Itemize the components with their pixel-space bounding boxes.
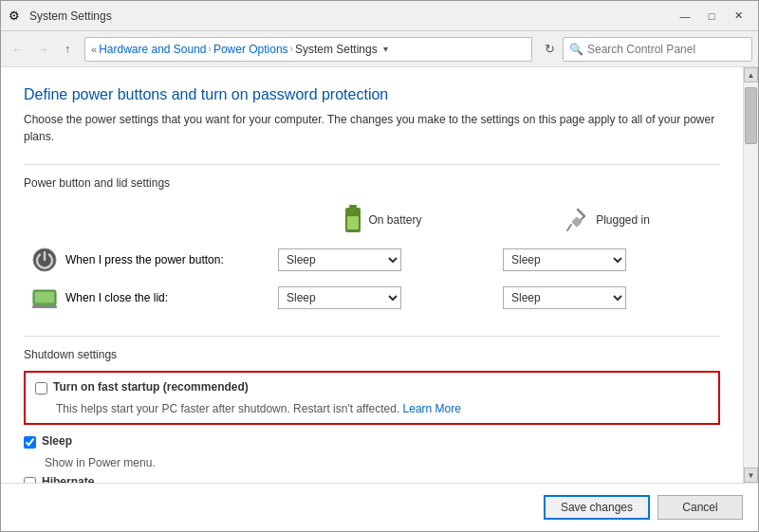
search-input[interactable] — [587, 43, 746, 56]
back-button[interactable]: ← — [7, 38, 29, 61]
lid-icon — [31, 284, 58, 311]
shutdown-section: Shutdown settings Turn on fast startup (… — [24, 348, 720, 483]
search-icon: 🔍 — [569, 43, 583, 56]
scroll-thumb[interactable] — [745, 87, 757, 144]
main-content: Define power buttons and turn on passwor… — [1, 67, 743, 483]
nav-bar: ← → ↑ « Hardware and Sound › Power Optio… — [1, 31, 758, 67]
maximize-button[interactable]: □ — [699, 7, 724, 26]
divider-top — [24, 164, 720, 165]
battery-icon — [343, 205, 362, 235]
lid-row: When I close the lid: Sleep Hibernate Sh… — [24, 279, 720, 317]
scrollbar: ▲ ▼ — [743, 67, 758, 483]
sleep-row: Sleep — [24, 434, 720, 449]
fast-startup-bold-label: Turn on fast startup (recommended) — [53, 380, 249, 394]
breadcrumb-sep-2: › — [290, 44, 293, 54]
forward-button[interactable]: → — [31, 38, 54, 61]
power-button-plugged-select[interactable]: Sleep Hibernate Shut down Turn off the d… — [503, 248, 626, 271]
plugged-column-header: Plugged in — [495, 199, 720, 241]
hibernate-row: Hibernate — [24, 475, 720, 483]
power-button-row: When I press the power button: Sleep Hib… — [24, 241, 720, 279]
power-button-battery-select[interactable]: Sleep Hibernate Shut down Turn off the d… — [278, 248, 401, 271]
refresh-button[interactable]: ↻ — [538, 38, 561, 61]
minimize-button[interactable]: — — [673, 7, 697, 26]
hibernate-label: Hibernate — [42, 475, 94, 483]
plug-icon — [565, 208, 590, 232]
breadcrumb-sep-1: › — [209, 44, 212, 54]
main-window: ⚙ System Settings — □ ✕ ← → ↑ « Hardware… — [0, 0, 759, 532]
breadcrumb-bar: « Hardware and Sound › Power Options › S… — [84, 37, 532, 62]
lid-row-label: When I close the lid: — [65, 291, 168, 304]
footer: Save changes Cancel — [1, 483, 758, 531]
power-buttons-section-title: Power button and lid settings — [24, 176, 720, 190]
scroll-down-button[interactable]: ▼ — [744, 468, 758, 483]
cancel-button[interactable]: Cancel — [657, 495, 743, 520]
scroll-up-button[interactable]: ▲ — [744, 67, 758, 83]
window-icon: ⚙ — [9, 9, 24, 24]
breadcrumb-dropdown-arrow[interactable]: ▾ — [383, 44, 388, 54]
svg-rect-5 — [571, 216, 582, 227]
lid-battery-select[interactable]: Sleep Hibernate Shut down Turn off the d… — [278, 286, 401, 309]
battery-column-header: On battery — [270, 199, 495, 241]
window-controls: — □ ✕ — [673, 7, 750, 26]
sleep-sublabel: Show in Power menu. — [45, 456, 720, 469]
breadcrumb-icon: « — [91, 44, 97, 55]
save-changes-button[interactable]: Save changes — [544, 495, 650, 520]
divider-middle — [24, 336, 720, 337]
svg-rect-10 — [32, 305, 57, 308]
power-button-label: When I press the power button: — [31, 247, 263, 273]
shutdown-section-title: Shutdown settings — [24, 348, 720, 361]
power-settings-table: On battery — [24, 199, 720, 317]
svg-rect-9 — [35, 292, 54, 303]
power-button-icon — [31, 247, 58, 273]
fast-startup-learn-more[interactable]: Learn More — [403, 402, 461, 415]
svg-rect-0 — [349, 205, 357, 208]
fast-startup-sublabel: This helps start your PC faster after sh… — [56, 402, 709, 415]
up-button[interactable]: ↑ — [56, 38, 79, 61]
sleep-bold-label: Sleep — [42, 434, 72, 448]
lid-label: When I close the lid: — [31, 284, 263, 311]
sleep-checkbox[interactable] — [24, 436, 36, 449]
hibernate-bold-label: Hibernate — [42, 475, 94, 483]
page-description: Choose the power settings that you want … — [24, 111, 720, 145]
power-button-row-label: When I press the power button: — [65, 253, 224, 266]
breadcrumb-current: System Settings — [295, 43, 378, 56]
close-button[interactable]: ✕ — [726, 7, 750, 26]
sleep-label: Sleep — [42, 434, 72, 448]
lid-plugged-select[interactable]: Sleep Hibernate Shut down Turn off the d… — [503, 286, 626, 309]
fast-startup-label: Turn on fast startup (recommended) — [53, 380, 249, 394]
page-title: Define power buttons and turn on passwor… — [24, 86, 720, 103]
scroll-track — [744, 83, 758, 468]
breadcrumb-item-hardware[interactable]: Hardware and Sound — [99, 43, 206, 56]
svg-line-6 — [567, 225, 571, 230]
fast-startup-box: Turn on fast startup (recommended) This … — [24, 371, 720, 425]
svg-line-3 — [578, 210, 584, 216]
title-bar: ⚙ System Settings — □ ✕ — [1, 1, 758, 31]
svg-rect-2 — [347, 216, 359, 229]
breadcrumb-item-power[interactable]: Power Options — [213, 43, 288, 56]
content-area: Define power buttons and turn on passwor… — [1, 67, 758, 483]
window-title: System Settings — [29, 9, 673, 23]
fast-startup-checkbox[interactable] — [35, 382, 47, 394]
fast-startup-row: Turn on fast startup (recommended) — [35, 380, 709, 394]
search-box: 🔍 — [563, 37, 752, 62]
